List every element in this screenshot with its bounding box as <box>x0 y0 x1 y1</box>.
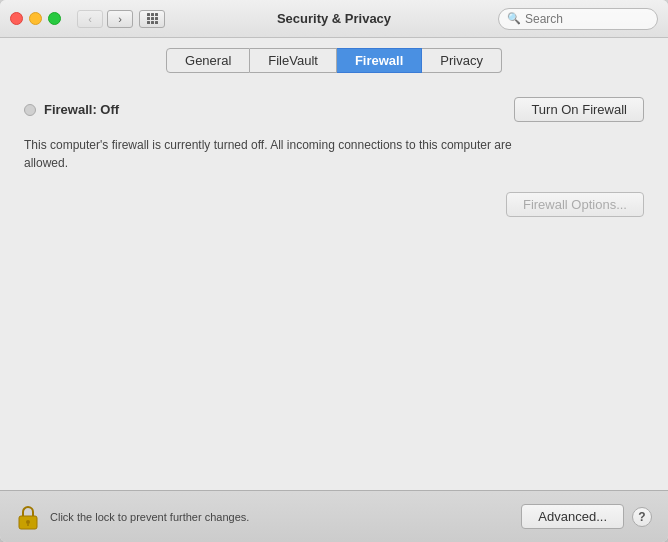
tab-filevault[interactable]: FileVault <box>250 48 337 73</box>
grid-button[interactable] <box>139 10 165 28</box>
nav-buttons: ‹ › <box>77 10 133 28</box>
help-button[interactable]: ? <box>632 507 652 527</box>
grid-icon <box>147 13 158 24</box>
main-window: ‹ › Security & Privacy 🔍 General FileVau… <box>0 0 668 542</box>
firewall-status-row: Firewall: Off <box>24 102 119 117</box>
window-title: Security & Privacy <box>277 11 391 26</box>
forward-button[interactable]: › <box>107 10 133 28</box>
tabs-bar: General FileVault Firewall Privacy <box>0 38 668 81</box>
search-box[interactable]: 🔍 <box>498 8 658 30</box>
back-button[interactable]: ‹ <box>77 10 103 28</box>
search-icon: 🔍 <box>507 12 521 25</box>
maximize-button[interactable] <box>48 12 61 25</box>
content-area: Firewall: Off Turn On Firewall This comp… <box>0 81 668 490</box>
lock-icon[interactable] <box>16 503 40 531</box>
footer-lock-text: Click the lock to prevent further change… <box>50 511 521 523</box>
firewall-description: This computer's firewall is currently tu… <box>24 136 524 172</box>
close-button[interactable] <box>10 12 23 25</box>
firewall-status-label: Firewall: Off <box>44 102 119 117</box>
svg-point-1 <box>26 520 30 524</box>
traffic-lights <box>10 12 61 25</box>
firewall-options-button[interactable]: Firewall Options... <box>506 192 644 217</box>
tab-privacy[interactable]: Privacy <box>422 48 502 73</box>
footer: Click the lock to prevent further change… <box>0 490 668 542</box>
turn-on-firewall-button[interactable]: Turn On Firewall <box>514 97 644 122</box>
advanced-button[interactable]: Advanced... <box>521 504 624 529</box>
status-indicator <box>24 104 36 116</box>
firewall-header: Firewall: Off Turn On Firewall <box>24 97 644 122</box>
tab-firewall[interactable]: Firewall <box>337 48 422 73</box>
minimize-button[interactable] <box>29 12 42 25</box>
title-bar: ‹ › Security & Privacy 🔍 <box>0 0 668 38</box>
search-input[interactable] <box>525 12 649 26</box>
tab-general[interactable]: General <box>166 48 250 73</box>
